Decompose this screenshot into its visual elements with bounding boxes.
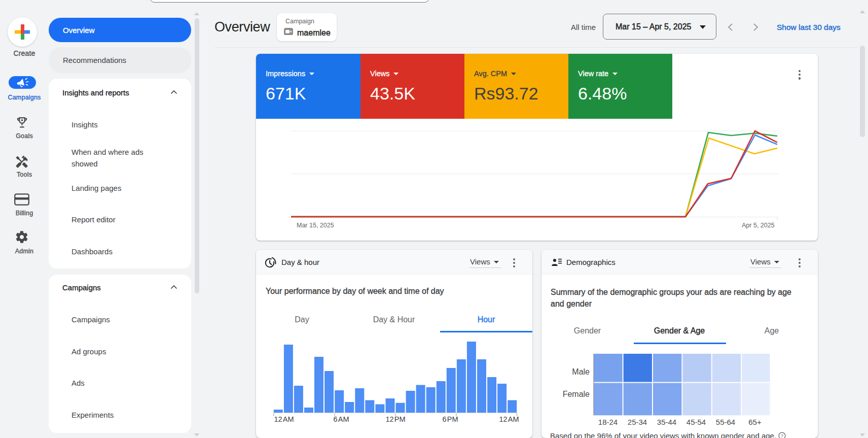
svg-text:?: ? (781, 433, 783, 438)
